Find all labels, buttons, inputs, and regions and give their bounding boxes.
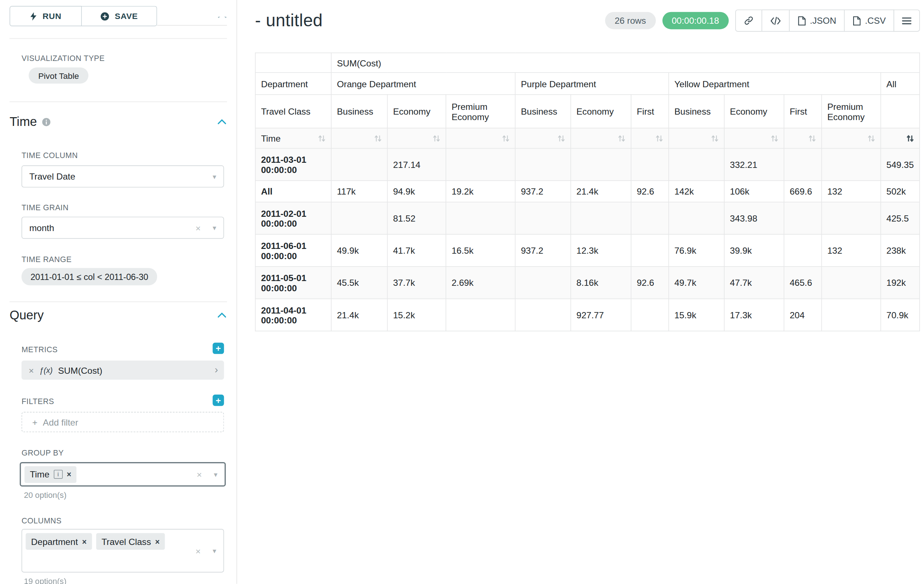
columns-tag[interactable]: Travel Class ×: [96, 533, 165, 550]
caret-down-icon: ▾: [213, 224, 216, 231]
sort-icon[interactable]: [374, 134, 382, 142]
sort-icon[interactable]: [432, 134, 440, 142]
plus-circle-icon: [101, 12, 110, 21]
pivot-value-cell: [669, 148, 724, 180]
sort-icon[interactable]: [655, 134, 663, 142]
sort-icon[interactable]: [557, 134, 565, 142]
remove-tag-icon[interactable]: ×: [82, 537, 87, 546]
pivot-value-cell: 465.6: [784, 267, 822, 299]
pivot-row-label: 2011-04-01 00:00:00: [255, 299, 331, 331]
pivot-table: SUM(Cost)DepartmentOrange DepartmentPurp…: [255, 53, 920, 331]
pivot-value-cell: [631, 234, 669, 267]
group-by-select[interactable]: Time i × × ▾: [20, 462, 226, 487]
chevron-up-icon[interactable]: [217, 118, 227, 125]
action-bar: RUN SAVE: [10, 6, 157, 26]
file-icon: [797, 16, 806, 25]
time-column-label: TIME COLUMN: [21, 151, 78, 160]
pivot-value-cell: 76.9k: [669, 234, 724, 267]
pivot-value-cell: 937.2: [515, 181, 571, 202]
pivot-sort-header: [724, 128, 784, 148]
pivot-value-cell: 41.7k: [388, 234, 446, 267]
time-column-value: Travel Date: [29, 171, 75, 181]
sort-active-icon[interactable]: [906, 134, 914, 142]
sort-icon[interactable]: [502, 134, 510, 142]
filters-label: FILTERS: [21, 397, 54, 406]
sort-icon[interactable]: [318, 134, 325, 142]
pivot-value-cell: [822, 299, 881, 331]
pivot-sort-header: [388, 128, 446, 148]
pivot-corner-cell: [255, 53, 331, 72]
plus-icon: +: [216, 344, 221, 353]
sort-icon[interactable]: [617, 134, 625, 142]
time-grain-value: month: [29, 223, 54, 233]
run-button[interactable]: RUN: [10, 6, 82, 26]
sort-icon[interactable]: [711, 134, 718, 142]
pivot-class-dim-header: Travel Class: [255, 95, 331, 128]
more-options-button[interactable]: [894, 10, 920, 32]
clear-icon[interactable]: ×: [195, 546, 201, 555]
pivot-sort-header: [669, 128, 724, 148]
columns-select[interactable]: Department × Travel Class × × ▾: [21, 529, 224, 572]
chart-panel: - untitled 26 rows 00:00:00.18 .JSON: [237, 0, 924, 584]
caret-down-icon: ▾: [213, 547, 216, 554]
pivot-row-label: All: [255, 181, 331, 202]
add-filter-dropzone[interactable]: + Add filter: [21, 412, 224, 432]
divider: [10, 301, 227, 302]
pivot-value-cell: 12.3k: [571, 234, 631, 267]
time-grain-select[interactable]: month × ▾: [21, 217, 224, 239]
run-button-label: RUN: [43, 12, 62, 21]
columns-options-hint: 19 option(s): [24, 577, 66, 584]
chart-title[interactable]: - untitled: [255, 11, 322, 30]
function-icon: ƒ(x): [40, 366, 53, 375]
pivot-value-cell: 2.69k: [446, 267, 515, 299]
sort-icon[interactable]: [867, 134, 875, 142]
pivot-value-cell: 927.77: [571, 299, 631, 331]
pivot-value-cell: [331, 148, 388, 180]
pivot-value-cell: 49.7k: [669, 267, 724, 299]
remove-tag-icon[interactable]: ×: [67, 470, 71, 479]
clear-icon[interactable]: ×: [196, 470, 201, 479]
metrics-label: METRICS: [21, 345, 58, 354]
chevron-right-icon[interactable]: ›: [215, 364, 218, 376]
time-range-label: TIME RANGE: [21, 255, 72, 264]
time-section-header[interactable]: Time: [10, 115, 227, 129]
remove-tag-icon[interactable]: ×: [155, 537, 160, 546]
columns-tag[interactable]: Department ×: [26, 533, 92, 550]
row-count-badge: 26 rows: [605, 12, 655, 29]
export-csv-button[interactable]: .CSV: [844, 10, 894, 32]
pivot-value-cell: [669, 202, 724, 234]
pivot-class-header: First: [784, 95, 822, 128]
chevron-up-icon[interactable]: [217, 312, 227, 318]
copy-link-button[interactable]: [735, 10, 762, 32]
pivot-value-cell: 132: [822, 234, 881, 267]
embed-code-button[interactable]: [761, 10, 790, 32]
clear-icon[interactable]: ×: [195, 224, 201, 232]
sort-icon[interactable]: [808, 134, 816, 142]
metric-chip[interactable]: × ƒ(x) SUM(Cost) ›: [21, 360, 224, 380]
save-button[interactable]: SAVE: [82, 6, 157, 26]
plus-icon: +: [32, 417, 37, 427]
sort-icon[interactable]: [771, 134, 778, 142]
export-json-button[interactable]: .JSON: [789, 10, 845, 32]
remove-metric-icon[interactable]: ×: [29, 365, 34, 375]
caret-down-icon: ▾: [213, 173, 216, 180]
pivot-sort-header: [631, 128, 669, 148]
visualization-type-value[interactable]: Pivot Table: [29, 67, 89, 84]
add-metric-button[interactable]: +: [213, 343, 224, 354]
query-section-header[interactable]: Query: [10, 308, 227, 322]
pivot-value-cell: 94.9k: [388, 181, 446, 202]
pivot-time-label: Time: [261, 133, 281, 143]
time-column-select[interactable]: Travel Date ▾: [21, 165, 224, 188]
chart-header: - untitled 26 rows 00:00:00.18 .JSON: [255, 10, 920, 32]
export-button-group: .JSON .CSV: [735, 10, 920, 32]
pivot-time-dim-header: Time: [255, 128, 331, 148]
chart-header-actions: 26 rows 00:00:00.18 .JSON .CSV: [605, 10, 920, 32]
chevron-up-icon[interactable]: [217, 17, 227, 19]
columns-tag-label: Department: [31, 536, 78, 546]
pivot-value-cell: 21.4k: [331, 299, 388, 331]
group-by-tag[interactable]: Time i ×: [25, 466, 77, 483]
caret-down-icon: ▾: [214, 471, 217, 478]
time-grain-label: TIME GRAIN: [21, 203, 69, 212]
time-range-value[interactable]: 2011-01-01 ≤ col < 2011-06-30: [21, 268, 157, 285]
add-filter-button[interactable]: +: [213, 395, 224, 406]
